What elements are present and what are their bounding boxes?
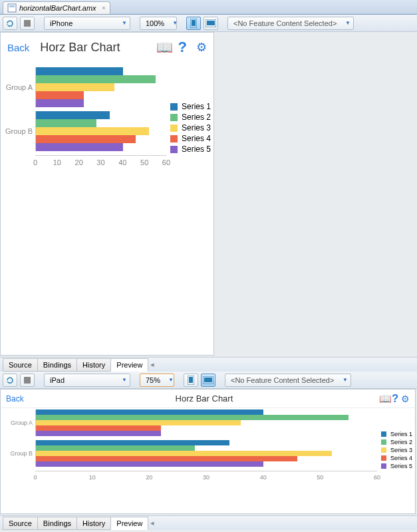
bar bbox=[36, 119, 96, 127]
file-tab-label: horizontalBarChart.amx bbox=[19, 4, 96, 12]
device-dropdown[interactable]: iPhone ▼ bbox=[44, 17, 130, 30]
legend-item: Series 3 bbox=[170, 123, 211, 133]
tab-source[interactable]: Source bbox=[3, 358, 38, 372]
group-label: Group A bbox=[3, 67, 35, 107]
file-tab[interactable]: horizontalBarChart.amx × bbox=[3, 1, 110, 14]
gear-icon[interactable]: ⚙ bbox=[401, 394, 410, 404]
page-title: Horz Bar Chart bbox=[35, 41, 150, 55]
bar bbox=[36, 67, 123, 75]
bar bbox=[36, 127, 149, 135]
iphone-canvas: Back Horz Bar Chart 📖 ? ⚙ Group AGroup B… bbox=[0, 32, 214, 356]
gear-icon[interactable]: ⚙ bbox=[196, 40, 207, 55]
legend-swatch bbox=[381, 455, 386, 461]
legend-swatch bbox=[170, 146, 178, 153]
legend-item: Series 2 bbox=[170, 113, 211, 122]
page-title: Horz Bar Chart bbox=[24, 394, 380, 403]
tab-source[interactable]: Source bbox=[3, 517, 38, 530]
axis-tick: 60 bbox=[162, 158, 170, 166]
scroll-left-icon[interactable]: ◂ bbox=[150, 360, 154, 369]
axis-tick: 60 bbox=[374, 474, 380, 481]
stop-button[interactable] bbox=[20, 17, 35, 30]
legend-label: Series 3 bbox=[390, 447, 412, 453]
svg-rect-7 bbox=[24, 377, 31, 384]
file-icon bbox=[7, 3, 17, 13]
preview-pane-ipad: iPad ▼ 75% ▼ <No Feature Content Selecte… bbox=[0, 372, 417, 530]
portrait-button[interactable] bbox=[186, 17, 201, 30]
help-icon[interactable]: ? bbox=[392, 393, 398, 405]
bar bbox=[36, 431, 161, 436]
scroll-left-icon[interactable]: ◂ bbox=[150, 519, 154, 527]
tab-preview[interactable]: Preview bbox=[110, 517, 148, 530]
legend-item: Series 2 bbox=[381, 439, 412, 445]
device-dropdown-value: iPhone bbox=[50, 19, 72, 27]
refresh-button[interactable] bbox=[3, 374, 17, 387]
toolbar-iphone: iPhone ▼ 100% ▼ <No Feature Content Sele… bbox=[0, 15, 417, 32]
axis-tick: 0 bbox=[33, 474, 37, 481]
bar bbox=[36, 451, 332, 456]
bar bbox=[36, 445, 195, 451]
legend-label: Series 2 bbox=[390, 439, 412, 445]
axis-tick: 40 bbox=[118, 158, 126, 166]
tab-history[interactable]: History bbox=[76, 358, 111, 372]
bookmark-icon[interactable]: 📖 bbox=[379, 393, 392, 405]
zoom-dropdown[interactable]: 100% ▼ bbox=[140, 17, 177, 30]
back-button[interactable]: Back bbox=[7, 42, 29, 53]
refresh-icon bbox=[5, 19, 15, 28]
refresh-icon bbox=[5, 376, 15, 385]
stop-button[interactable] bbox=[20, 374, 35, 387]
legend: Series 1Series 2Series 3Series 4Series 5 bbox=[170, 101, 211, 166]
feature-dropdown[interactable]: <No Feature Content Selected> ▼ bbox=[225, 374, 351, 387]
preview-pane-iphone: iPhone ▼ 100% ▼ <No Feature Content Sele… bbox=[0, 15, 417, 372]
legend-label: Series 1 bbox=[182, 102, 211, 111]
bar bbox=[36, 456, 297, 461]
bar bbox=[36, 111, 110, 119]
legend-item: Series 4 bbox=[381, 455, 412, 461]
chart-ipad: Group AGroup B 0102030405060 Series 1Ser… bbox=[1, 408, 415, 483]
legend-label: Series 5 bbox=[182, 144, 211, 154]
landscape-icon bbox=[203, 376, 213, 384]
legend-swatch bbox=[381, 463, 386, 469]
legend-swatch bbox=[170, 114, 178, 121]
tab-bindings[interactable]: Bindings bbox=[37, 517, 77, 530]
legend-swatch bbox=[381, 447, 386, 453]
page-header: Back Horz Bar Chart 📖 ? ⚙ bbox=[1, 390, 415, 408]
svg-rect-9 bbox=[189, 377, 193, 383]
legend-label: Series 3 bbox=[182, 123, 211, 133]
device-dropdown[interactable]: iPad ▼ bbox=[44, 374, 130, 387]
editor-bottom-tabs: Source Bindings History Preview ◂ bbox=[0, 515, 417, 530]
legend-item: Series 1 bbox=[170, 102, 211, 111]
back-button[interactable]: Back bbox=[6, 394, 24, 403]
chevron-down-icon: ▼ bbox=[168, 377, 174, 383]
editor-bottom-tabs: Source Bindings History Preview ◂ bbox=[0, 357, 417, 372]
axis-tick: 50 bbox=[140, 158, 148, 166]
tab-history[interactable]: History bbox=[76, 517, 111, 530]
group-label: Group B bbox=[3, 440, 35, 467]
landscape-button[interactable] bbox=[204, 17, 218, 30]
legend-label: Series 2 bbox=[182, 113, 211, 122]
zoom-dropdown[interactable]: 75% ▼ bbox=[140, 374, 174, 387]
refresh-button[interactable] bbox=[3, 17, 17, 30]
feature-dropdown-value: <No Feature Content Selected> bbox=[233, 19, 337, 27]
bookmark-icon[interactable]: 📖 bbox=[156, 39, 173, 55]
legend-item: Series 4 bbox=[170, 134, 211, 143]
portrait-button[interactable] bbox=[184, 374, 198, 387]
svg-rect-4 bbox=[192, 20, 196, 26]
close-icon[interactable]: × bbox=[102, 5, 105, 11]
portrait-icon bbox=[190, 19, 197, 28]
group-label: Group A bbox=[3, 409, 35, 436]
landscape-button[interactable] bbox=[201, 374, 215, 387]
tab-bindings[interactable]: Bindings bbox=[37, 358, 77, 372]
landscape-icon bbox=[206, 19, 216, 27]
bar bbox=[36, 75, 156, 83]
legend-label: Series 4 bbox=[182, 134, 211, 143]
legend-label: Series 1 bbox=[390, 431, 412, 437]
feature-dropdown[interactable]: <No Feature Content Selected> ▼ bbox=[227, 17, 354, 30]
bar bbox=[36, 91, 84, 99]
tab-preview[interactable]: Preview bbox=[110, 358, 148, 372]
chevron-down-icon: ▼ bbox=[122, 20, 127, 26]
help-icon[interactable]: ? bbox=[178, 39, 187, 56]
svg-rect-1 bbox=[9, 5, 15, 7]
svg-rect-6 bbox=[207, 21, 215, 25]
zoom-dropdown-value: 75% bbox=[146, 376, 160, 384]
bar bbox=[36, 99, 84, 107]
